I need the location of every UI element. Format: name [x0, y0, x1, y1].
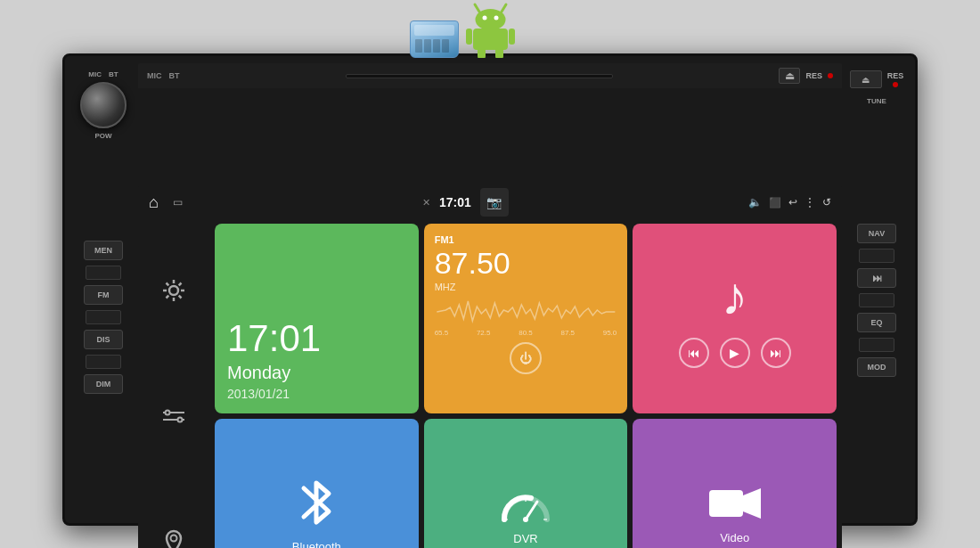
dvr-gauge-icon — [500, 482, 551, 525]
svg-rect-31 — [709, 490, 743, 517]
back-icon[interactable]: ↩ — [788, 196, 797, 209]
res-label: RES — [805, 71, 822, 80]
svg-rect-8 — [478, 48, 486, 58]
svg-rect-5 — [473, 29, 508, 50]
svg-point-25 — [171, 536, 177, 542]
play-button[interactable]: ▶ — [720, 338, 750, 368]
sidebar — [138, 218, 209, 548]
status-bar-right: 🔈 ⬛ ↩ ⋮ ↺ — [748, 196, 831, 209]
mic-label: MIC — [88, 70, 102, 78]
left-panel: MIC BT POW MEN FM DIS DIM — [72, 63, 135, 516]
radio-tile[interactable]: FM1 87.50 MHZ 65.5 72.5 80.5 — [424, 224, 628, 413]
dis-button[interactable]: DIS — [84, 330, 123, 349]
dis-slot — [86, 355, 121, 369]
power-knob[interactable] — [80, 82, 127, 128]
mod-button[interactable]: MOD — [857, 357, 896, 377]
svg-point-3 — [483, 16, 487, 20]
tiles-grid: 17:01 Monday 2013/01/21 FM1 87.50 MHZ — [209, 218, 842, 548]
next-track-button[interactable]: ⏭ — [857, 268, 896, 288]
bluetooth-label: Bluetooth — [292, 540, 341, 548]
window-icon[interactable]: ⬛ — [769, 197, 781, 209]
video-label: Video — [720, 531, 749, 544]
clock-day: Monday — [227, 363, 290, 383]
pow-label: POW — [94, 132, 111, 140]
right-top-controls: ⏏ RES TUNE — [850, 70, 904, 105]
clock-time: 17:01 — [227, 320, 321, 357]
location-icon[interactable] — [154, 522, 193, 548]
status-time: 17:01 — [439, 195, 471, 209]
svg-line-16 — [179, 295, 182, 298]
men-button[interactable]: MEN — [84, 241, 123, 260]
video-camera-icon — [707, 483, 763, 524]
clock-date: 2013/01/21 — [227, 387, 290, 401]
music-tile[interactable]: ♪ ⏮ ▶ ⏭ — [633, 224, 837, 413]
status-bar-left: ⌂ ▭ — [149, 193, 183, 212]
music-note-icon: ♪ — [722, 270, 748, 323]
svg-line-18 — [167, 295, 169, 298]
bluetooth-icon — [293, 474, 339, 531]
svg-point-19 — [166, 410, 170, 414]
radio-band: FM1 — [435, 234, 454, 245]
nav-slot — [859, 249, 894, 263]
eq-slot — [859, 338, 894, 352]
radio-unit: MHZ — [435, 282, 456, 292]
video-tile[interactable]: Video — [633, 419, 837, 548]
res-indicator-right — [893, 82, 898, 87]
svg-line-15 — [167, 282, 169, 285]
radio-frequency: 87.50 — [435, 247, 510, 280]
eject-button[interactable]: ⏏ — [779, 68, 800, 84]
eq-button[interactable]: EQ — [857, 313, 896, 332]
home-icon[interactable]: ⌂ — [149, 193, 159, 212]
svg-point-27 — [523, 517, 528, 522]
signal-icon: ✕ — [422, 197, 430, 209]
dvr-tile[interactable]: DVR — [424, 419, 628, 548]
tune-label: TUNE — [867, 97, 886, 105]
dim-button[interactable]: DIM — [84, 374, 123, 394]
mic-top-label: MIC — [147, 71, 162, 80]
svg-point-4 — [494, 16, 499, 20]
svg-line-26 — [526, 502, 537, 519]
fm-slot — [86, 310, 121, 324]
equalizer-icon[interactable] — [154, 397, 193, 436]
svg-marker-32 — [743, 488, 761, 519]
screen-area: MIC BT ⏏ RES ⌂ ▭ ✕ 17:01 — [135, 63, 845, 516]
settings-icon[interactable] — [154, 271, 193, 310]
sd-card-icon — [410, 20, 459, 58]
bt-label: BT — [109, 70, 118, 78]
dvr-label: DVR — [513, 532, 537, 545]
radio-waveform — [435, 294, 617, 325]
status-bar-center: ✕ 17:01 📷 — [422, 188, 509, 217]
status-bar: ⌂ ▭ ✕ 17:01 📷 🔈 ⬛ ↩ ⋮ ↺ — [138, 186, 842, 218]
res-indicator — [828, 73, 833, 78]
right-panel: ⏏ RES TUNE NAV ⏭ EQ MOD — [845, 63, 908, 516]
right-button-group: NAV ⏭ EQ MOD — [857, 224, 896, 377]
left-button-group: MEN FM DIS DIM — [84, 241, 123, 394]
prev-button[interactable]: ⏮ — [679, 338, 709, 368]
music-controls: ⏮ ▶ ⏭ — [679, 338, 791, 368]
svg-line-17 — [179, 282, 182, 285]
return-icon[interactable]: ↺ — [822, 196, 831, 209]
radio-power-button[interactable]: ⏻ — [510, 342, 542, 374]
clock-tile[interactable]: 17:01 Monday 2013/01/21 — [215, 224, 419, 413]
bluetooth-tile[interactable]: Bluetooth — [215, 419, 419, 548]
cd-slot — [346, 74, 613, 78]
fm-button[interactable]: FM — [84, 285, 123, 305]
android-screen[interactable]: ⌂ ▭ ✕ 17:01 📷 🔈 ⬛ ↩ ⋮ ↺ — [138, 186, 842, 548]
next-button[interactable]: ⏭ — [761, 338, 791, 368]
svg-rect-7 — [509, 29, 515, 45]
svg-rect-9 — [495, 48, 503, 58]
men-slot — [86, 266, 121, 280]
android-robot-icon — [466, 0, 515, 58]
next-slot — [859, 293, 894, 307]
menu-icon[interactable]: ⋮ — [804, 196, 815, 209]
document-icon: ▭ — [173, 196, 183, 209]
nav-button[interactable]: NAV — [857, 224, 896, 243]
svg-point-2 — [476, 9, 506, 30]
eject-button-right[interactable]: ⏏ — [850, 70, 882, 88]
bt-top-label: BT — [169, 71, 180, 80]
volume-icon[interactable]: 🔈 — [748, 196, 762, 209]
top-floating-icons — [410, 0, 515, 58]
camera-button[interactable]: 📷 — [480, 188, 509, 217]
app-grid: 17:01 Monday 2013/01/21 FM1 87.50 MHZ — [138, 218, 842, 548]
svg-rect-6 — [466, 29, 472, 45]
